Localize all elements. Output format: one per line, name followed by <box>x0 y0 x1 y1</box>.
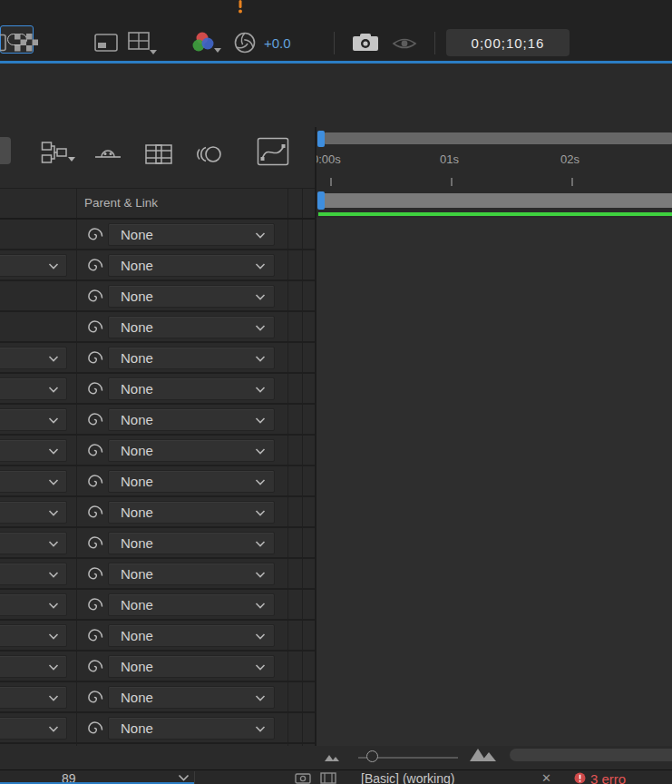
mode-dropdown[interactable] <box>0 624 67 647</box>
mode-dropdown[interactable] <box>0 593 67 616</box>
exposure-button[interactable] <box>233 31 257 54</box>
graph-editor-icon <box>257 137 289 166</box>
partial-button[interactable] <box>0 137 11 164</box>
region-of-interest-button[interactable] <box>93 33 119 53</box>
status-camera-icon[interactable] <box>295 772 311 784</box>
mode-dropdown[interactable] <box>0 686 67 709</box>
parent-dropdown-value: None <box>121 227 153 242</box>
chevron-down-icon <box>48 387 59 393</box>
parent-dropdown[interactable]: None <box>108 532 275 554</box>
chevron-down-icon <box>48 726 59 732</box>
partial-toolbar-button[interactable] <box>0 34 9 52</box>
mode-dropdown[interactable] <box>0 717 67 740</box>
ruler-label: 02s <box>560 152 579 166</box>
parent-pickwhip-icon[interactable] <box>86 257 103 274</box>
parent-pickwhip-icon[interactable] <box>86 627 103 644</box>
mode-dropdown[interactable] <box>0 254 67 277</box>
time-navigator-bar[interactable] <box>325 132 672 144</box>
time-ruler[interactable]: 0:00s 01s 02s <box>317 148 672 188</box>
timecode-field[interactable]: 0;00;10;16 <box>446 29 570 56</box>
graph-editor-button[interactable] <box>257 137 289 166</box>
mode-dropdown[interactable] <box>0 408 67 431</box>
zoom-slider-knob[interactable] <box>366 750 378 762</box>
parent-pickwhip-icon[interactable] <box>86 658 103 675</box>
parent-pickwhip-icon[interactable] <box>86 534 103 552</box>
close-button[interactable]: ✕ <box>541 771 551 784</box>
zoom-out-button[interactable] <box>324 749 344 763</box>
parent-pickwhip-icon[interactable] <box>86 720 103 737</box>
parent-dropdown[interactable]: None <box>108 717 275 740</box>
transparency-grid-button[interactable] <box>15 34 38 52</box>
parent-dropdown[interactable]: None <box>108 408 275 431</box>
timeline-body[interactable] <box>317 218 672 746</box>
parent-pickwhip-icon[interactable] <box>86 380 103 397</box>
parent-dropdown[interactable]: None <box>108 655 275 678</box>
work-area-bar[interactable] <box>325 193 672 208</box>
parent-dropdown[interactable]: None <box>108 501 275 524</box>
error-count[interactable]: 3 erro <box>590 771 626 784</box>
status-film-icon[interactable] <box>320 772 336 784</box>
mode-dropdown[interactable] <box>0 563 67 585</box>
snapshot-button[interactable] <box>351 33 380 53</box>
chevron-down-icon <box>255 387 266 393</box>
parent-dropdown[interactable]: None <box>108 254 275 277</box>
parent-dropdown[interactable]: None <box>108 439 275 462</box>
exposure-value[interactable]: +0.0 <box>264 25 291 61</box>
layer-row: None <box>0 682 316 713</box>
parent-pickwhip-icon[interactable] <box>86 288 103 305</box>
shy-layers-button[interactable] <box>94 144 122 164</box>
timeline-track-area: 0:00s 01s 02s <box>317 64 672 746</box>
chevron-down-icon[interactable] <box>178 774 190 781</box>
parent-dropdown[interactable]: None <box>108 223 275 246</box>
parent-dropdown-value: None <box>121 628 153 643</box>
zoom-in-button[interactable] <box>468 745 499 763</box>
mini-flowchart-button[interactable] <box>41 141 75 164</box>
mode-dropdown[interactable] <box>0 377 67 400</box>
parent-pickwhip-icon[interactable] <box>86 442 103 459</box>
parent-pickwhip-icon[interactable] <box>86 318 103 336</box>
parent-pickwhip-icon[interactable] <box>86 349 103 367</box>
chevron-down-icon <box>255 263 266 270</box>
parent-dropdown[interactable]: None <box>108 470 275 493</box>
chevron-down-icon <box>48 417 59 424</box>
layer-row: None <box>0 713 316 744</box>
parent-dropdown[interactable]: None <box>108 686 275 709</box>
show-snapshot-button[interactable] <box>391 34 418 53</box>
grid-guides-button[interactable] <box>127 31 158 55</box>
mode-dropdown[interactable] <box>0 347 67 369</box>
mode-dropdown[interactable] <box>0 655 67 678</box>
layer-row: None <box>0 312 316 343</box>
parent-pickwhip-icon[interactable] <box>86 504 103 521</box>
parent-dropdown[interactable]: None <box>108 316 275 338</box>
parent-pickwhip-icon[interactable] <box>86 411 103 428</box>
mode-dropdown[interactable] <box>0 501 67 524</box>
parent-pickwhip-icon[interactable] <box>86 565 103 583</box>
chevron-down-icon <box>48 510 59 516</box>
time-navigator-start-handle[interactable] <box>317 131 325 147</box>
chevron-down-icon <box>48 664 59 671</box>
region-of-interest-icon <box>93 33 119 53</box>
work-area-start-handle[interactable] <box>317 191 325 210</box>
parent-dropdown[interactable]: None <box>108 285 275 308</box>
channels-button[interactable] <box>190 30 223 55</box>
ruler-label: 0:00s <box>317 152 341 166</box>
mode-dropdown[interactable] <box>0 470 67 493</box>
parent-dropdown[interactable]: None <box>108 347 275 369</box>
parent-dropdown[interactable]: None <box>108 593 275 616</box>
mode-dropdown[interactable] <box>0 439 67 462</box>
parent-dropdown[interactable]: None <box>108 624 275 647</box>
parent-pickwhip-icon[interactable] <box>86 226 103 243</box>
frame-blending-button[interactable] <box>144 142 173 166</box>
workspace-label: [Basic] (working) <box>361 771 454 784</box>
parent-dropdown[interactable]: None <box>108 563 275 585</box>
parent-pickwhip-icon[interactable] <box>86 473 103 490</box>
parent-dropdown[interactable]: None <box>108 377 275 400</box>
parent-pickwhip-icon[interactable] <box>86 596 103 613</box>
cached-frames-indicator <box>318 212 672 216</box>
motion-blur-icon <box>192 142 223 166</box>
horizontal-scrollbar[interactable] <box>510 749 672 761</box>
status-divider <box>194 771 195 784</box>
mode-dropdown[interactable] <box>0 532 67 554</box>
motion-blur-button[interactable] <box>192 142 223 166</box>
parent-pickwhip-icon[interactable] <box>86 689 103 706</box>
